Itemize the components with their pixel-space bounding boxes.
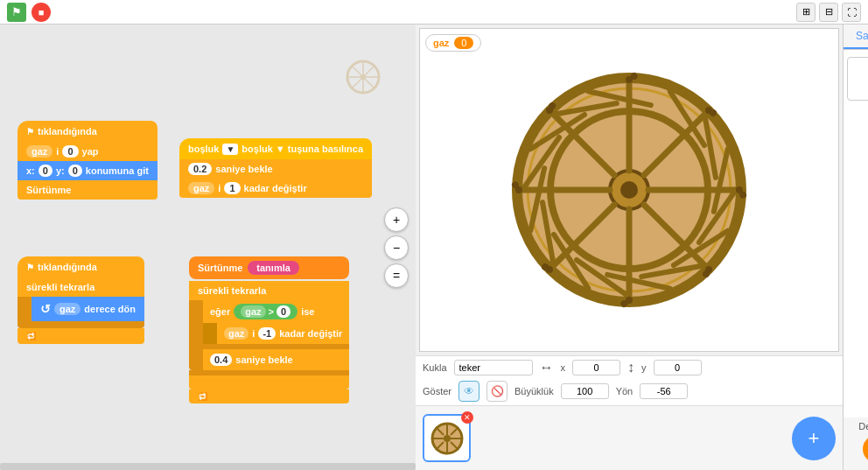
layout-btn-2[interactable]: ⊟ xyxy=(819,3,838,22)
sprite-close-btn[interactable]: ✕ xyxy=(461,411,473,424)
block-group-1: ⚑ tıklandığında gaz i 0 yap x: 0 y: 0 ko… xyxy=(18,121,158,200)
ise-label: ise xyxy=(301,306,314,317)
yon-label: Yön xyxy=(616,386,634,396)
props-bar: Kukla ↔ x ↕ y xyxy=(416,355,843,379)
change-val-1[interactable]: 1 xyxy=(224,182,240,194)
tanımla-label: tanımla xyxy=(248,261,299,275)
hat-block-1: ⚑ tıklandığında xyxy=(18,121,158,142)
y-label: y: xyxy=(56,165,65,176)
x-input[interactable] xyxy=(572,360,620,375)
surekli-tekrarla-4: sürekli tekrarla xyxy=(189,281,349,300)
block-group-2: boşluk ▼ boşluk ▼ tuşuna basılınca 0.2 s… xyxy=(179,138,372,198)
zoom-in-btn[interactable]: + xyxy=(384,207,409,232)
surtunme-block-1: Sürtünme xyxy=(18,180,158,200)
sprite-thumb-teker[interactable]: ✕ xyxy=(423,414,471,462)
layout-btn-1[interactable]: ⊞ xyxy=(796,3,816,22)
sahne-tab[interactable]: Sahne xyxy=(844,25,868,49)
x-prop-label: x xyxy=(561,362,566,373)
derece-don-label: derece dön xyxy=(84,304,136,314)
sahne-thumb xyxy=(847,57,868,101)
code-area: ⚑ tıklandığında gaz i 0 yap x: 0 y: 0 ko… xyxy=(0,25,416,470)
gaz-badge: gaz 0 xyxy=(425,34,481,52)
y-prop-label: y xyxy=(641,362,647,373)
block-group-4: Sürtünme tanımla sürekli tekrarla eğer xyxy=(189,256,349,403)
define-block: Sürtünme tanımla xyxy=(189,256,349,279)
wait-block-1: 0.2 saniye bekle xyxy=(179,159,372,179)
gaz-badge-label: gaz xyxy=(433,38,449,48)
if-condition: gaz > 0 xyxy=(234,304,298,319)
svg-point-51 xyxy=(444,435,451,442)
h-scrollbar[interactable] xyxy=(0,463,416,470)
zoom-out-btn[interactable]: − xyxy=(384,235,409,260)
wooden-wheel xyxy=(507,67,752,312)
stage-area: gaz 0 xyxy=(416,25,843,470)
right-panel: Sahne Dekorlar + xyxy=(843,25,868,470)
add-sprite-btn[interactable]: + xyxy=(792,417,836,460)
y-val[interactable]: 0 xyxy=(68,165,82,177)
if-row: eğer gaz > 0 ise xyxy=(203,300,349,323)
wheel-svg xyxy=(507,67,752,312)
bosluk-dropdown[interactable]: ▼ xyxy=(222,144,238,155)
change-val-if[interactable]: -1 xyxy=(258,327,276,340)
change-gaz-1: gaz i 1 kadar değiştir xyxy=(179,179,372,198)
yon-input[interactable] xyxy=(640,383,688,399)
change-gaz-if: gaz i -1 kadar değiştir xyxy=(217,323,349,344)
saniye-bekle-1: saniye bekle xyxy=(215,164,272,174)
y-input[interactable] xyxy=(654,360,702,375)
kadar-degistir-1: kadar değiştir xyxy=(244,183,307,193)
gaz-val-0[interactable]: 0 xyxy=(62,145,78,158)
hat-block-3: ⚑ tıklandığında xyxy=(18,256,144,277)
main-area: ⚑ tıklandığında gaz i 0 yap x: 0 y: 0 ko… xyxy=(0,25,868,470)
width-icon: ↔ xyxy=(540,360,554,375)
eger-label: eğer xyxy=(210,306,230,317)
set-gaz-block: gaz i 0 yap xyxy=(18,142,158,161)
x-val[interactable]: 0 xyxy=(38,165,52,177)
flag-icon: ⚑ xyxy=(11,5,22,18)
kadar-degistir-2: kadar değiştir xyxy=(279,328,342,339)
surekli-label-3: sürekli tekrarla xyxy=(26,282,94,292)
x-label: x: xyxy=(26,165,35,176)
top-bar: ⚑ ■ ⊞ ⊟ ⛶ xyxy=(0,0,868,25)
gaz-reporter-2: gaz xyxy=(188,182,214,194)
show-btn[interactable]: 👁 xyxy=(458,381,480,402)
hat-label-1: tıklandığında xyxy=(38,126,97,137)
gaz-reporter: gaz xyxy=(26,145,52,158)
block-group-3: ⚑ tıklandığında sürekli tekrarla ↺ gaz d… xyxy=(18,256,144,344)
blocks-canvas[interactable]: ⚑ tıklandığında gaz i 0 yap x: 0 y: 0 ko… xyxy=(0,25,416,470)
zoom-controls: + − = xyxy=(384,207,409,288)
saniye-bekle-2: saniye bekle xyxy=(235,354,292,365)
surtunme-tanımla: Sürtünme xyxy=(198,263,242,273)
right-panel-tabs: Sahne xyxy=(844,25,868,50)
if-outer: eğer gaz > 0 ise xyxy=(189,300,349,370)
wait-val-1[interactable]: 0.2 xyxy=(188,163,212,175)
i-label-2: i xyxy=(218,183,220,193)
layout-btn-3[interactable]: ⛶ xyxy=(842,3,861,22)
gaz-reporter-4: gaz xyxy=(224,327,248,340)
sahne-content xyxy=(844,50,868,417)
c-indent-3: ↺ gaz derece dön xyxy=(18,297,144,321)
stop-icon: ■ xyxy=(38,7,45,18)
wait-val-2[interactable]: 0.4 xyxy=(210,354,232,366)
dekorlar-label: Dekorlar xyxy=(847,421,868,431)
surtunme-label-1: Sürtünme xyxy=(26,185,71,195)
size-input[interactable] xyxy=(561,383,609,399)
dekorlar-section: Dekorlar + xyxy=(844,417,868,470)
dekorlar-btn[interactable]: + xyxy=(863,435,868,463)
outer-c-foot xyxy=(189,375,349,389)
green-flag-btn[interactable]: ⚑ xyxy=(7,3,26,22)
tusuna-basilinca: boşluk ▼ tuşuna basılınca xyxy=(242,144,363,154)
goto-block: x: 0 y: 0 konumuna git xyxy=(18,161,158,180)
gaz-reporter-3: gaz xyxy=(54,303,80,315)
sprite-thumb-svg xyxy=(430,421,465,456)
turn-block: ↺ gaz derece dön xyxy=(32,297,144,321)
props-bar-2: Göster 👁 🚫 Büyüklük Yön xyxy=(416,379,843,405)
if-val[interactable]: 0 xyxy=(276,305,290,318)
sprite-name-input[interactable] xyxy=(454,360,533,375)
if-block-inner: eğer gaz > 0 ise xyxy=(203,300,349,370)
bosluk-label: boşluk xyxy=(188,144,219,154)
set-i-label: i xyxy=(56,146,59,157)
red-stop-btn[interactable]: ■ xyxy=(32,3,51,22)
zoom-fit-btn[interactable]: = xyxy=(384,263,409,288)
hide-btn[interactable]: 🚫 xyxy=(486,381,508,402)
turn-icon: ↺ xyxy=(40,302,51,316)
